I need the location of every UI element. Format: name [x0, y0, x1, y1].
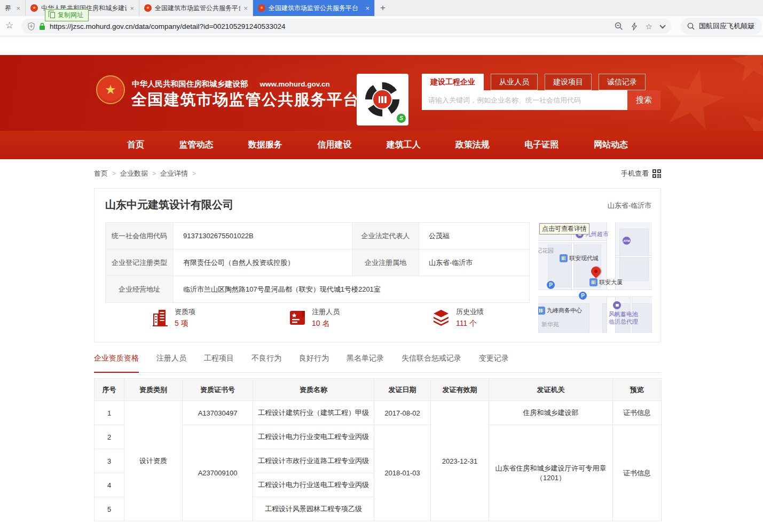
trending-search-text[interactable]: 国航回应飞机颠簸	[699, 21, 754, 31]
flag-star-decoration	[731, 98, 763, 131]
mobile-view-link[interactable]: 手机查看	[621, 169, 661, 178]
poi-lianan-tower: 联安大厦	[589, 278, 623, 286]
close-icon[interactable]: ×	[365, 4, 369, 12]
info-label: 企业经营地址	[106, 276, 174, 303]
bookmark-star-icon[interactable]: ☆	[5, 21, 13, 30]
shield-icon	[28, 22, 35, 30]
company-location-map[interactable]: 点击可查看详情 九州超市 ATM 记花园 联安现代城 联安大厦 P	[538, 222, 652, 333]
tab-registered-personnel[interactable]: 注册人员	[156, 354, 186, 372]
search-button[interactable]: 搜索	[627, 90, 660, 110]
nav-item-home[interactable]: 首页	[127, 139, 144, 151]
table-row: 1 设计资质 A137030497 工程设计建筑行业（建筑工程）甲级 2017-…	[95, 401, 662, 425]
browser-tab-2[interactable]: ★ 全国建筑市场监管公共服务平台 ×	[139, 0, 253, 16]
search-row: 搜索	[422, 90, 660, 110]
tab-bad-behavior[interactable]: 不良行为	[251, 354, 281, 372]
stat-label: 资质项	[175, 307, 195, 317]
national-emblem-icon: ★	[96, 75, 125, 104]
nav-item-workers[interactable]: 建筑工人	[387, 139, 421, 151]
nav-item-site-news[interactable]: 网站动态	[594, 139, 628, 151]
col-header-name: 资质名称	[253, 379, 374, 401]
keyword-search-input[interactable]	[422, 90, 627, 110]
search-tab-enterprise[interactable]: 建设工程企业	[422, 74, 484, 90]
nav-item-e-cert[interactable]: 电子证照	[525, 139, 559, 151]
lock-icon	[39, 22, 45, 30]
favorite-star-icon[interactable]: ☆	[646, 22, 652, 30]
certificate-info-link[interactable]: 证书信息	[613, 401, 662, 425]
poi-lianan-modern-city: 联安现代城	[560, 254, 599, 262]
browser-tab-active[interactable]: ★ 全国建筑市场监管公共服务平台 ×	[253, 0, 375, 16]
nav-item-credit[interactable]: 信用建设	[317, 139, 351, 151]
table-header-row: 序号 资质类别 资质证书号 资质名称 发证日期 发证有效期 发证机关 预览	[95, 379, 662, 401]
cell-authority: 住房和城乡建设部	[489, 401, 613, 425]
cell-qual-name: 工程设计建筑行业（建筑工程）甲级	[253, 401, 374, 425]
col-header-preview: 预览	[613, 379, 662, 401]
emblem-favicon-icon: ★	[258, 4, 265, 12]
cell-no: 5	[95, 497, 124, 521]
cell-no: 2	[95, 425, 124, 449]
emblem-favicon-icon: ★	[144, 4, 152, 12]
copy-url-label: 复制网址	[58, 11, 83, 20]
emblem-favicon-icon: ★	[30, 4, 38, 12]
credit-code-value: 91371302675501022B	[174, 223, 352, 249]
stat-value[interactable]: 10 名	[312, 319, 340, 328]
nav-item-supervision[interactable]: 监管动态	[179, 139, 213, 151]
breadcrumb-home[interactable]: 首页	[94, 169, 108, 178]
info-label: 企业注册属地	[352, 249, 419, 276]
certificate-info-link[interactable]: 证书信息	[613, 425, 662, 521]
poi-parking-1: P	[547, 281, 555, 289]
registration-type-value: 有限责任公司（自然人投资或控股）	[174, 249, 352, 276]
col-header-category: 资质类别	[124, 379, 183, 401]
mobile-view-label: 手机查看	[621, 169, 649, 178]
company-info-table: 统一社会信用代码 91371302675501022B 企业法定代表人 公茂福 …	[105, 222, 530, 303]
map-road	[538, 290, 652, 297]
close-icon[interactable]: ×	[16, 4, 20, 12]
url-text[interactable]: https://jzsc.mohurd.gov.cn/data/company/…	[50, 22, 285, 30]
stat-qualifications: 资质项 5 项	[152, 307, 195, 328]
info-label: 统一社会信用代码	[106, 223, 174, 249]
parking-icon: P	[547, 281, 555, 289]
tab-blacklist[interactable]: 黑名单记录	[347, 354, 384, 372]
info-label: 企业法定代表人	[352, 223, 419, 249]
close-icon[interactable]: ×	[130, 4, 134, 12]
breadcrumb-company-data[interactable]: 企业数据	[120, 169, 148, 178]
search-tab-credit[interactable]: 诚信记录	[599, 74, 646, 90]
tab-good-behavior[interactable]: 良好行为	[299, 354, 329, 372]
tab-projects[interactable]: 工程项目	[204, 354, 234, 372]
cell-qual-name: 工程设计电力行业送电工程专业丙级	[253, 473, 374, 497]
browser-url-bar: ☆ https://jzsc.mohurd.gov.cn/data/compan…	[0, 16, 763, 36]
tab-qualifications[interactable]: 企业资质资格	[94, 354, 139, 373]
breadcrumb-company-detail: 企业详情	[160, 169, 188, 178]
building-icon	[152, 309, 169, 327]
nav-item-policy[interactable]: 政策法规	[455, 139, 490, 151]
chevron-down-icon[interactable]	[659, 22, 665, 28]
search-tab-project[interactable]: 建设项目	[545, 74, 592, 90]
tab-change-records[interactable]: 变更记录	[479, 354, 509, 372]
tab-dishonesty-records[interactable]: 失信联合惩戒记录	[402, 354, 461, 372]
flash-icon[interactable]	[631, 22, 638, 30]
tab-title: 界	[5, 4, 13, 13]
browser-tab-0[interactable]: 界 ×	[0, 0, 26, 16]
poi-battery-icon	[613, 301, 621, 309]
nav-item-data-service[interactable]: 数据服务	[248, 139, 282, 151]
company-card: 山东中元建筑设计有限公司 山东省-临沂市 统一社会信用代码 9137130267…	[94, 188, 661, 342]
stat-value[interactable]: 5 项	[175, 319, 195, 328]
address-field[interactable]: https://jzsc.mohurd.gov.cn/data/company/…	[21, 19, 671, 34]
search-tab-personnel[interactable]: 从业人员	[491, 74, 538, 90]
search-icon	[687, 22, 695, 30]
stat-label: 注册人员	[312, 307, 340, 317]
zoom-out-icon[interactable]	[615, 22, 623, 30]
breadcrumb: 首页 > 企业数据 > 企业详情 >	[94, 169, 196, 178]
platform-title: 全国建筑市场监管公共服务平台	[131, 89, 359, 111]
browser-search-box[interactable]: 国航回应飞机颠簸	[681, 18, 762, 35]
col-header-cert-no: 资质证书号	[183, 379, 253, 401]
breadcrumb-separator: >	[152, 170, 156, 177]
close-icon[interactable]: ×	[243, 4, 248, 12]
layers-icon	[432, 309, 450, 326]
poi-jiufeng-center: 九峰商务中心	[538, 307, 582, 315]
stat-historical-performance: 历史业绩 111 个	[432, 307, 484, 328]
poi-parking-2: P	[579, 292, 587, 300]
new-tab-button[interactable]: +	[375, 0, 391, 16]
copy-url-tooltip[interactable]: 复制网址	[45, 9, 89, 21]
copy-icon	[50, 12, 55, 18]
stat-value[interactable]: 111 个	[456, 319, 484, 328]
